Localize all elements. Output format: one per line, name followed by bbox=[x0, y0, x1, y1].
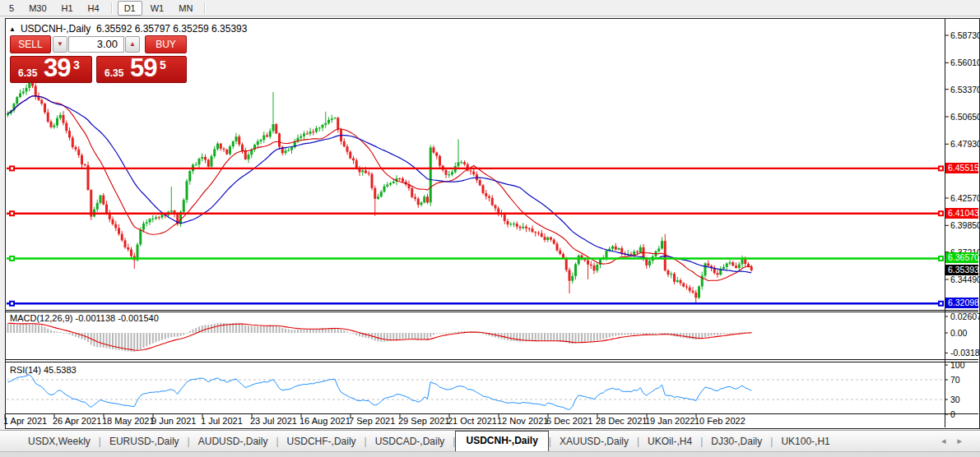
date-axis-label: 9 Jun 2021 bbox=[151, 416, 196, 426]
main-price-pane bbox=[7, 76, 753, 303]
price-axis-tick-label: 6.53370 bbox=[950, 85, 980, 95]
buy-price-small: 6.35 bbox=[105, 67, 123, 79]
hline-handle-center bbox=[11, 302, 13, 305]
chart-title: ▲USDCNH-,Daily 6.35592 6.35797 6.35259 6… bbox=[9, 23, 247, 35]
macd-indicator-label: MACD(12,26,9) -0.001138 -0.001540 bbox=[10, 313, 159, 323]
hline-price-label[interactable]: 6.41043 bbox=[945, 208, 978, 219]
spinner-down-icon: ▼ bbox=[57, 40, 63, 48]
price-axis-tick-label: 6.39850 bbox=[950, 220, 980, 230]
macd-axis-label: 0.00 bbox=[950, 328, 967, 338]
buy-price-sup: 5 bbox=[160, 58, 166, 72]
ma-slow-line bbox=[8, 96, 752, 273]
macd-axis-label: 0.02607 bbox=[950, 312, 980, 321]
tab-eurusd-daily[interactable]: EURUSD-,Daily bbox=[101, 432, 188, 451]
rsi-axis-label: 0 bbox=[950, 409, 955, 419]
chart-tab-bar: USDX,Weekly|EURUSD-,Daily|AUDUSD-,Daily|… bbox=[0, 430, 980, 451]
chart-ohlc-quote: 6.35592 6.35797 6.35259 6.35393 bbox=[96, 23, 248, 35]
hline-handle-center bbox=[11, 212, 13, 215]
tab-scroll-arrows-icon[interactable]: ◂▸ bbox=[941, 436, 973, 446]
date-axis-label: 12 Nov 2021 bbox=[497, 416, 548, 426]
price-axis-tick-label: 6.34490 bbox=[950, 275, 980, 284]
tab-usdcnh-daily[interactable]: USDCNH-,Daily bbox=[455, 431, 548, 451]
price-axis-tick-label: 6.58730 bbox=[950, 30, 980, 40]
volume-input[interactable]: 3.00 bbox=[68, 36, 124, 53]
tab-usdchf-daily[interactable]: USDCHF-,Daily bbox=[279, 432, 365, 451]
tab-usdcad-daily[interactable]: USDCAD-,Daily bbox=[367, 432, 453, 451]
collapse-triangle-icon[interactable]: ▲ bbox=[9, 25, 16, 33]
one-click-trading-panel: SELL ▼ 3.00 ▲ BUY 6.35 39 3 6.35 59 5 bbox=[10, 35, 187, 83]
rsi-axis-label: 30 bbox=[950, 395, 960, 404]
current-price-label: 6.35393 bbox=[945, 265, 978, 275]
tab-xauusd-daily[interactable]: XAUUSD-,Daily bbox=[551, 432, 637, 451]
status-strip bbox=[0, 451, 980, 457]
date-axis-label: 1 Apr 2021 bbox=[3, 416, 47, 426]
date-axis-label: 23 Jul 2021 bbox=[250, 416, 297, 426]
volume-increase-button[interactable]: ▲ bbox=[125, 36, 140, 53]
price-axis-tick-label: 6.42570 bbox=[950, 193, 980, 203]
ma-fast-line bbox=[8, 96, 752, 281]
price-axis-tick-label: 6.47930 bbox=[950, 139, 980, 149]
spinner-up-icon: ▲ bbox=[129, 40, 136, 48]
date-axis-label: 1 Jul 2021 bbox=[201, 416, 243, 426]
date-axis-label: 6 Dec 2021 bbox=[546, 416, 592, 426]
chart-symbol-period: USDCNH-,Daily bbox=[21, 23, 91, 35]
mt4-application: 5M30H1H4D1W1MN ▲USDCNH-,Daily 6.35592 6.… bbox=[0, 0, 980, 457]
date-axis-label: 21 Oct 2021 bbox=[448, 416, 497, 426]
date-axis-label: 16 Aug 2021 bbox=[300, 416, 351, 426]
tab-dj30-daily[interactable]: DJ30-,Daily bbox=[703, 432, 770, 451]
rsi-axis-label: 70 bbox=[950, 375, 960, 385]
date-axis-label: 28 Dec 2021 bbox=[596, 416, 647, 426]
tab-ukoil-h4[interactable]: UKOil-,H4 bbox=[639, 432, 700, 451]
date-axis-label: 26 Apr 2021 bbox=[53, 416, 101, 426]
date-axis-label: 10 Feb 2022 bbox=[694, 416, 745, 426]
sell-button[interactable]: SELL bbox=[10, 35, 51, 53]
tab-audusd-daily[interactable]: AUDUSD-,Daily bbox=[190, 432, 276, 451]
hline-handle-center bbox=[940, 257, 942, 260]
hline-handle-center bbox=[940, 302, 942, 305]
hline-handle-center bbox=[940, 212, 942, 215]
buy-quote-box[interactable]: 6.35 59 5 bbox=[96, 56, 187, 83]
price-axis-tick-label: 6.56010 bbox=[950, 58, 980, 67]
tab-uk100-h1[interactable]: UK100-,H1 bbox=[773, 432, 838, 451]
buy-price-big: 59 bbox=[130, 53, 156, 83]
hline-handle-center bbox=[940, 167, 942, 169]
date-axis-label: 18 May 2021 bbox=[102, 416, 155, 426]
hline-handle-center bbox=[11, 167, 13, 169]
volume-decrease-button[interactable]: ▼ bbox=[53, 36, 67, 53]
tab-usdx-weekly[interactable]: USDX,Weekly bbox=[20, 432, 99, 451]
buy-button[interactable]: BUY bbox=[145, 35, 187, 53]
date-axis-label: 29 Sep 2021 bbox=[398, 416, 449, 426]
hline-price-label[interactable]: 6.32098 bbox=[945, 298, 978, 308]
rsi-indicator-label: RSI(14) 45.5383 bbox=[10, 365, 77, 375]
hline-price-label[interactable]: 6.36570 bbox=[945, 252, 978, 263]
price-axis-tick-label: 6.50650 bbox=[950, 112, 980, 122]
hline-price-label[interactable]: 6.45515 bbox=[945, 163, 978, 173]
rsi-axis-label: 100 bbox=[950, 360, 965, 370]
sell-price-small: 6.35 bbox=[18, 67, 37, 79]
macd-pane bbox=[7, 323, 753, 352]
sell-price-big: 39 bbox=[44, 53, 70, 83]
date-axis-label: 19 Jan 2022 bbox=[645, 416, 695, 426]
date-axis-label: 7 Sep 2021 bbox=[349, 416, 395, 426]
hline-handle-center bbox=[11, 257, 13, 260]
sell-quote-box[interactable]: 6.35 39 3 bbox=[10, 56, 92, 83]
sell-price-sup: 3 bbox=[73, 58, 80, 72]
macd-axis-label: -0.03187 bbox=[950, 348, 980, 358]
